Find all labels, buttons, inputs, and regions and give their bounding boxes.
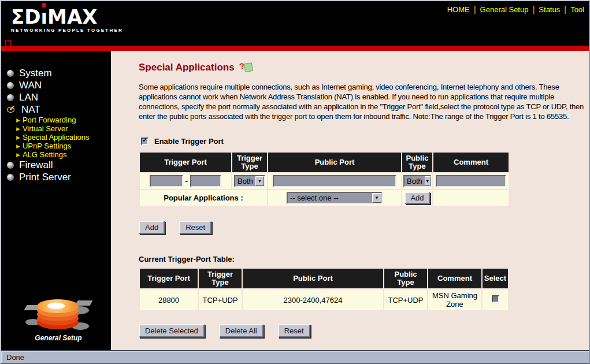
trigger-port-from-input[interactable] bbox=[150, 175, 183, 187]
cell-comment: MSN Gaming Zone bbox=[428, 289, 481, 310]
comment-input[interactable] bbox=[436, 175, 506, 187]
sidebar-item-alg-settings[interactable]: ▶ ALG Settings bbox=[1, 150, 111, 159]
col-header-public-port: Public Port bbox=[268, 153, 401, 172]
sidebar-item-lan[interactable]: LAN bbox=[1, 91, 111, 103]
col-header-public-type: Public Type bbox=[402, 153, 432, 172]
triangle-bullet-icon: ▶ bbox=[16, 135, 20, 140]
nav-separator: | bbox=[532, 5, 535, 14]
nav-link-home[interactable]: HOME bbox=[447, 5, 470, 14]
trigger-port-to-input[interactable] bbox=[190, 175, 221, 187]
checkmark-icon: ✓ bbox=[7, 106, 16, 113]
edimax-logo: ΣDıMAX NETWORKING PEOPLE TOGETHER bbox=[11, 7, 123, 33]
nav-separator: | bbox=[564, 5, 566, 14]
public-type-select[interactable]: Both ▼ bbox=[403, 175, 431, 187]
cell-public-port: 2300-2400,47624 bbox=[243, 289, 383, 310]
nav-link-general-setup[interactable]: General Setup bbox=[480, 5, 529, 14]
page-title: Special Applications bbox=[139, 62, 235, 73]
chevron-down-icon[interactable]: ▼ bbox=[255, 176, 264, 186]
spiral-discs-icon bbox=[21, 299, 96, 333]
triangle-bullet-icon: ▶ bbox=[16, 117, 20, 123]
chevron-down-icon[interactable]: ▼ bbox=[425, 176, 431, 186]
page-description: Some applications require multiple conne… bbox=[139, 82, 589, 121]
trigger-entry-table: Trigger Port Trigger Type Public Port Pu… bbox=[139, 151, 510, 207]
cell-trigger-port: 28800 bbox=[140, 289, 198, 310]
popular-applications-select[interactable]: -- select one -- ▼ bbox=[287, 192, 383, 204]
main-content: Special Applications ? Some applications… bbox=[111, 51, 589, 350]
col-header-trigger-port: Trigger Port bbox=[140, 269, 198, 288]
col-header-trigger-type: Trigger Type bbox=[232, 153, 267, 172]
current-trigger-port-table: Trigger Port Trigger Type Public Port Pu… bbox=[139, 268, 509, 311]
sidebar-item-upnp-settings[interactable]: ▶ UPnP Settings bbox=[1, 142, 111, 150]
sidebar-item-wan[interactable]: WAN bbox=[1, 79, 111, 91]
col-header-trigger-port: Trigger Port bbox=[140, 153, 231, 172]
sphere-bullet-icon bbox=[7, 70, 14, 77]
col-header-comment: Comment bbox=[428, 269, 481, 288]
general-setup-logo-text: General Setup bbox=[21, 334, 96, 342]
row-select-checkbox[interactable] bbox=[492, 295, 499, 303]
port-range-separator: - bbox=[185, 177, 188, 185]
col-header-comment: Comment bbox=[433, 153, 509, 172]
sphere-bullet-icon bbox=[7, 94, 14, 101]
triangle-bullet-icon: ▶ bbox=[16, 143, 20, 149]
add-button[interactable]: Add bbox=[139, 221, 165, 234]
page-frame: ΣDıMAX NETWORKING PEOPLE TOGETHER HOME |… bbox=[0, 0, 590, 364]
trigger-type-select[interactable]: Both ▼ bbox=[234, 175, 265, 187]
red-accent-bar bbox=[1, 46, 589, 51]
logo-red-dot-icon bbox=[42, 3, 46, 8]
col-header-public-type: Public Type bbox=[384, 269, 427, 288]
cell-trigger-type: TCP+UDP bbox=[199, 289, 242, 310]
general-setup-logo: General Setup bbox=[21, 299, 96, 342]
edimax-logo-tagline: NETWORKING PEOPLE TOGETHER bbox=[11, 28, 123, 33]
bottom-reset-button[interactable]: Reset bbox=[278, 324, 310, 337]
table-row: 28800 TCP+UDP 2300-2400,47624 TCP+UDP MS… bbox=[140, 289, 508, 310]
delete-all-button[interactable]: Delete All bbox=[219, 324, 264, 337]
sidebar-item-port-forwarding[interactable]: ▶ Port Forwarding bbox=[1, 116, 111, 124]
sidebar-item-print-server[interactable]: Print Server bbox=[1, 171, 111, 183]
reset-button[interactable]: Reset bbox=[179, 221, 211, 234]
top-nav: HOME | General Setup | Status | Tool bbox=[447, 5, 584, 14]
help-book-icon[interactable]: ? bbox=[239, 62, 254, 73]
nav-link-status[interactable]: Status bbox=[539, 5, 560, 14]
sphere-bullet-icon bbox=[7, 174, 14, 181]
sphere-bullet-icon bbox=[7, 82, 14, 89]
col-header-public-port: Public Port bbox=[243, 269, 383, 288]
popular-applications-label: Popular Applications : bbox=[140, 190, 267, 206]
sidebar-item-virtual-server[interactable]: ▶ Virtual Server bbox=[1, 124, 111, 133]
chevron-down-icon[interactable]: ▼ bbox=[372, 193, 381, 203]
header: ΣDıMAX NETWORKING PEOPLE TOGETHER HOME |… bbox=[1, 1, 589, 46]
status-text: Done bbox=[6, 353, 24, 362]
nav-separator: | bbox=[474, 5, 476, 14]
enable-trigger-port-label: Enable Trigger Port bbox=[154, 137, 224, 146]
popular-add-button[interactable]: Add bbox=[405, 192, 429, 204]
sidebar: System WAN LAN ✓ NAT ▶ Port Forwarding ▶… bbox=[1, 51, 111, 350]
edimax-logo-text: ΣDıMAX bbox=[11, 7, 123, 27]
col-header-trigger-type: Trigger Type bbox=[199, 269, 242, 288]
delete-selected-button[interactable]: Delete Selected bbox=[139, 324, 205, 337]
enable-trigger-port-checkbox[interactable] bbox=[141, 138, 149, 145]
sidebar-item-firewall[interactable]: Firewall bbox=[1, 159, 111, 171]
nav-link-tool[interactable]: Tool bbox=[570, 5, 584, 14]
sidebar-item-special-applications[interactable]: ▶ Special Applications bbox=[1, 133, 111, 142]
broken-image-marker: [*] bbox=[5, 39, 12, 46]
sphere-bullet-icon bbox=[7, 162, 14, 169]
cell-public-type: TCP+UDP bbox=[384, 289, 427, 310]
sidebar-item-nat[interactable]: ✓ NAT bbox=[1, 103, 111, 116]
current-table-label: Current Trigger-Port Table: bbox=[139, 255, 589, 263]
col-header-select: Select bbox=[483, 269, 508, 288]
triangle-bullet-icon: ▶ bbox=[16, 152, 20, 158]
sidebar-item-system[interactable]: System bbox=[1, 67, 111, 79]
public-port-input[interactable] bbox=[273, 175, 396, 187]
status-bar: Done bbox=[1, 350, 589, 363]
triangle-bullet-icon: ▶ bbox=[16, 126, 20, 132]
